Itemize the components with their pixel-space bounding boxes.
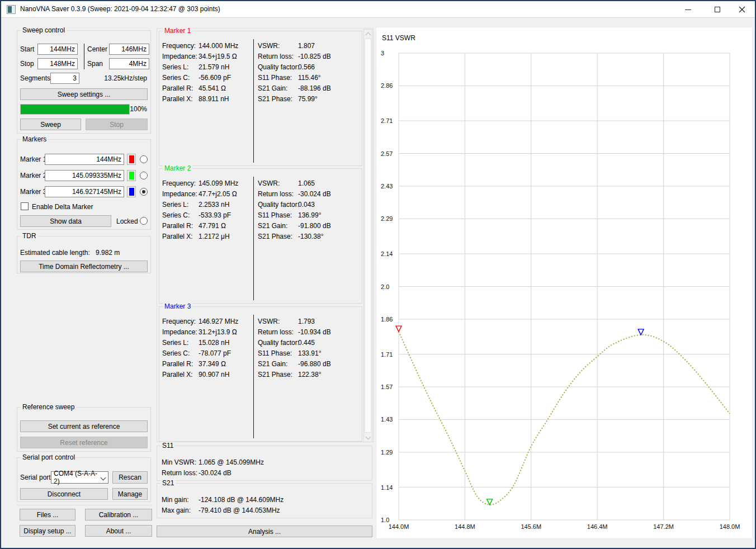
marker-1-radio[interactable] [140, 155, 148, 163]
titlebar: NanoVNA Saver 0.3.9 (Sweep: 2021-09-04 1… [1, 1, 755, 18]
stop-frequency-input[interactable] [37, 58, 78, 69]
tdr-button[interactable]: Time Domain Reflectometry ... [20, 261, 148, 272]
calibration-button[interactable]: Calibration ... [85, 509, 152, 520]
footer-separator [17, 505, 152, 505]
rescan-button[interactable]: Rescan [112, 471, 148, 484]
set-reference-button[interactable]: Set current as reference [20, 420, 148, 432]
marker-2-input[interactable] [45, 170, 124, 181]
locked-label: Locked [116, 217, 138, 225]
sweep-curve [399, 332, 730, 505]
marker-2-color-swatch[interactable] [127, 170, 136, 181]
sweep-control-legend: Sweep control [21, 26, 67, 34]
max-gain-value: -79.410 dB @ 144.053MHz [199, 507, 280, 514]
locked-radio[interactable] [140, 217, 148, 225]
x-tick-label: 146.4M [587, 523, 608, 530]
marker-data-row: Series L:2.2533 nH [162, 199, 252, 210]
scroll-down-button[interactable] [364, 433, 372, 442]
marker-data-label: Series L: [162, 63, 199, 71]
marker-data-label: VSWR: [258, 179, 298, 187]
marker-data-value: -30.024 dB [298, 190, 331, 198]
marker-data-label: S21 Gain: [258, 360, 298, 368]
sweep-settings-button[interactable]: Sweep settings ... [20, 88, 148, 100]
maximize-button[interactable] [705, 1, 730, 18]
marker-data-value: 75.99° [298, 95, 318, 103]
span-label: Span [87, 60, 103, 68]
y-tick-label: 1.71 [381, 351, 393, 358]
y-tick-label: 2.57 [381, 150, 393, 157]
show-data-button[interactable]: Show data [20, 215, 111, 227]
marker-3-label: Marker 3 [20, 188, 46, 196]
x-tick-label: 144.8M [455, 523, 475, 530]
sweep-progress-bar [20, 104, 130, 115]
stop-button[interactable]: Stop [86, 119, 148, 130]
x-tick-label: 145.6M [521, 523, 541, 530]
marker-3-input[interactable] [45, 186, 124, 197]
vswr-chart[interactable]: S11 VSWR 32.862.712.572.432.292.142.01.8… [376, 27, 753, 539]
marker-data-label: Quality factor: [258, 339, 298, 347]
close-button[interactable] [729, 1, 755, 18]
marker-data-row: Quality factor:0.445 [258, 337, 360, 348]
window-title: NanoVNA Saver 0.3.9 (Sweep: 2021-09-04 1… [20, 5, 220, 13]
marker-data-label: Frequency: [162, 179, 199, 187]
markers-group: Markers Marker 1 Marker 2 Marker 3 Enabl… [17, 139, 151, 230]
marker-data-label: Series C: [162, 74, 199, 82]
manage-button[interactable]: Manage [112, 488, 148, 500]
markers-legend: Markers [21, 135, 48, 143]
marker-1-color-swatch[interactable] [127, 154, 136, 165]
min-vswr-value: 1.065 @ 145.099MHz [199, 458, 264, 466]
marker-data-row: Frequency:146.927 MHz [162, 316, 252, 326]
marker-data-row: VSWR:1.065 [258, 178, 360, 188]
marker-data-label: S21 Gain: [258, 222, 298, 230]
marker-scrollbar[interactable] [363, 29, 372, 442]
marker-1-input[interactable] [45, 154, 124, 165]
progress-percent-label: 100% [130, 105, 147, 113]
marker-data-row: S11 Phase:136.99° [258, 210, 360, 220]
chart-marker-1[interactable] [396, 326, 401, 332]
marker-3-color-swatch[interactable] [127, 186, 136, 197]
marker-data-row: S21 Gain:-96.880 dB [258, 358, 360, 369]
delta-marker-checkbox[interactable] [21, 202, 29, 210]
marker-data-value: 34.5+j19.5 Ω [199, 53, 237, 60]
close-icon [739, 6, 745, 13]
scroll-up-button[interactable] [364, 30, 372, 38]
marker-data-value: 0.566 [298, 63, 315, 71]
marker-data-label: Parallel R: [162, 84, 199, 92]
marker-data-label: S11 Phase: [258, 349, 298, 357]
app-window: NanoVNA Saver 0.3.9 (Sweep: 2021-09-04 1… [0, 0, 756, 549]
marker-data-label: S21 Phase: [258, 95, 298, 103]
marker-data-row: S21 Phase:122.38° [258, 369, 360, 380]
disconnect-button[interactable]: Disconnect [20, 488, 108, 500]
marker-data-row: Series L:15.028 nH [162, 337, 252, 348]
segments-input[interactable] [50, 73, 79, 84]
marker-data-row: S21 Phase:-130.38° [258, 231, 360, 242]
center-frequency-input[interactable] [109, 44, 149, 55]
marker-data-value: 133.91° [298, 349, 322, 357]
reset-reference-button[interactable]: Reset reference [20, 437, 148, 448]
marker-data-row: S21 Gain:-88.196 dB [258, 83, 360, 93]
y-tick-label: 1.43 [381, 416, 393, 423]
y-tick-label: 2.14 [381, 250, 393, 257]
y-tick-label: 1.14 [381, 484, 393, 491]
marker-data-label: Parallel R: [162, 360, 199, 368]
analysis-button[interactable]: Analysis ... [157, 526, 372, 537]
marker-panel-title: Marker 1 [163, 27, 192, 35]
minimize-button[interactable] [675, 1, 701, 18]
chart-marker-3[interactable] [638, 329, 644, 335]
marker-2-radio[interactable] [140, 172, 148, 179]
segments-label: Segments [20, 74, 50, 82]
marker-data-label: VSWR: [258, 42, 298, 50]
sweep-button[interactable]: Sweep [20, 119, 81, 130]
serial-port-select[interactable]: COM4 (S-A-A-2) [51, 471, 108, 484]
scroll-thumb[interactable] [365, 39, 371, 433]
x-tick-label: 148.0M [720, 523, 740, 530]
span-frequency-input[interactable] [109, 58, 149, 69]
marker-3-radio[interactable] [140, 188, 148, 196]
files-button[interactable]: Files ... [20, 509, 75, 520]
about-button[interactable]: About ... [85, 525, 152, 537]
marker-data-label: Quality factor: [258, 201, 298, 209]
marker-data-label: S21 Phase: [258, 371, 298, 378]
marker-data-label: Return loss: [258, 190, 298, 198]
display-setup-button[interactable]: Display setup ... [20, 525, 75, 537]
start-frequency-input[interactable] [37, 44, 78, 55]
serial-port-legend: Serial port control [21, 453, 77, 461]
